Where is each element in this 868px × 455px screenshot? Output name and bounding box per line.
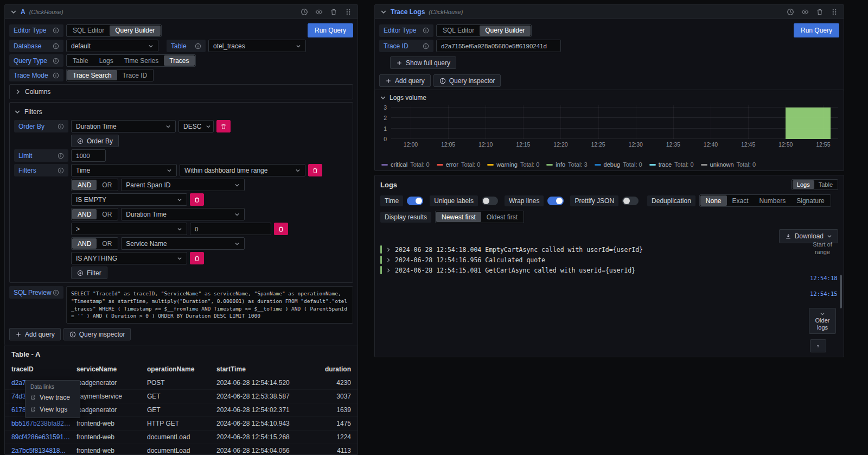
legend-item[interactable]: infoTotal: 3 [546,161,587,168]
trace-id-link[interactable]: bb5167b238bfa82d1... [11,420,76,427]
filter-operator-select[interactable]: IS EMPTY [71,193,187,206]
filter-operator-select[interactable]: > [71,223,187,235]
query-type-logs[interactable]: Logs [94,55,119,66]
view-trace-menuitem[interactable]: View trace [25,391,80,403]
bool-or[interactable]: OR [97,180,117,190]
columns-section-toggle[interactable]: Columns [9,84,353,99]
query-inspector-button[interactable]: Query inspector [63,328,131,340]
trace-id-input[interactable] [436,40,561,52]
bool-and[interactable]: AND [72,238,97,249]
filters-section-toggle[interactable]: Filters [14,106,348,118]
trace-id-link[interactable]: 2a7bc5f8134818... [11,447,76,454]
remove-filter-button[interactable] [308,164,322,176]
run-query-button[interactable]: Run Query [308,23,353,37]
drag-handle-icon[interactable] [831,8,838,16]
query-type-timeseries[interactable]: Time Series [119,55,164,66]
bool-and[interactable]: AND [72,209,97,219]
table-select[interactable]: otel_traces [208,40,306,52]
legend-item[interactable]: warningTotal: 0 [487,161,539,168]
trash-icon[interactable] [330,8,337,16]
query-type-table[interactable]: Table [67,55,94,66]
add-query-button[interactable]: Add query [9,328,61,340]
trace-mode-search[interactable]: Trace Search [67,70,117,80]
scrollbar-thumb[interactable] [840,275,842,308]
toggle-switch[interactable] [622,197,639,205]
expand-chevron-icon[interactable] [386,268,391,273]
filter-field-select[interactable]: Service Name [121,237,245,250]
scroll-top-button[interactable] [810,339,826,352]
nav-timestamp[interactable]: 12:54:15 [810,290,838,297]
bool-and[interactable]: AND [72,180,97,190]
drag-handle-icon[interactable] [344,8,352,16]
dedup-numbers[interactable]: Numbers [754,195,792,206]
query-inspector-button[interactable]: Query inspector [433,74,501,87]
add-filter-button[interactable]: Filter [71,267,107,279]
collapse-chevron-icon[interactable] [10,9,17,15]
show-full-query-button[interactable]: Show full query [390,56,456,69]
expand-chevron-icon[interactable] [386,257,391,263]
query-type-traces[interactable]: Traces [164,55,194,66]
remove-order-by-button[interactable] [216,120,231,132]
nav-timestamp[interactable]: 12:54:18 [810,275,838,281]
toggle-switch[interactable] [482,197,498,205]
legend-item[interactable]: debugTotal: 0 [595,161,642,168]
legend-item[interactable]: unknownTotal: 0 [701,161,756,168]
remove-filter-button[interactable] [274,223,288,235]
older-logs-button[interactable]: Older logs [809,308,836,334]
history-icon[interactable] [787,8,794,16]
oldest-first-option[interactable]: Oldest first [481,212,523,222]
remove-filter-button[interactable] [190,193,204,206]
trace-id-link[interactable]: 89cf4286e631591b4... [11,433,76,441]
legend-item[interactable]: traceTotal: 0 [649,161,694,168]
editor-type-query-builder[interactable]: Query Builder [110,26,160,36]
trash-icon[interactable] [816,8,824,16]
bool-or[interactable]: OR [97,209,117,219]
filter-field-select[interactable]: Time [71,164,177,176]
collapse-chevron-icon[interactable] [380,94,386,101]
history-icon[interactable] [301,8,308,16]
dedup-none[interactable]: None [700,195,727,206]
volume-bar[interactable] [786,108,831,139]
eye-icon[interactable] [315,8,323,16]
info-icon [195,43,201,49]
newest-first-option[interactable]: Newest first [436,212,481,222]
editor-type-sql-editor[interactable]: SQL Editor [437,26,480,36]
trace-mode-id[interactable]: Trace ID [117,70,153,80]
toggle-switch[interactable] [407,197,423,205]
column-header[interactable]: startTime [216,365,309,373]
log-row[interactable]: 2024-06-28 12:54:15.081 GetCartAsync cal… [380,265,798,275]
view-table-option[interactable]: Table [814,180,837,189]
order-by-direction-select[interactable]: DESC [178,120,214,132]
database-select[interactable]: default [66,40,158,52]
order-by-field-select[interactable]: Duration Time [71,120,176,132]
toggle-switch[interactable] [547,197,564,205]
filter-field-select[interactable]: Duration Time [121,208,245,220]
column-header[interactable]: serviceName [76,365,147,373]
legend-item[interactable]: criticalTotal: 0 [381,161,430,168]
limit-input[interactable] [71,149,106,162]
log-row[interactable]: 2024-06-28 12:54:18.004 EmptyCartAsync c… [380,244,798,255]
run-query-button[interactable]: Run Query [794,23,839,37]
filter-value-input[interactable] [190,223,271,235]
view-logs-option[interactable]: Logs [793,180,814,189]
bool-or[interactable]: OR [97,238,117,249]
editor-type-query-builder[interactable]: Query Builder [480,26,530,36]
log-row[interactable]: 2024-06-28 12:54:16.956 Calculated quote [380,255,798,265]
filter-operator-select[interactable]: IS ANYTHING [71,252,187,264]
expand-chevron-icon[interactable] [386,247,391,252]
filter-operator-select[interactable]: Within dashboard time range [180,164,305,176]
filter-field-select[interactable]: Parent Span ID [121,179,245,191]
column-header[interactable]: traceID [11,365,76,373]
add-query-button[interactable]: Add query [379,74,431,87]
collapse-chevron-icon[interactable] [380,9,387,15]
remove-filter-button[interactable] [190,252,204,264]
column-header[interactable]: operationName [147,365,216,373]
editor-type-sql-editor[interactable]: SQL Editor [67,26,110,36]
legend-item[interactable]: errorTotal: 0 [437,161,481,168]
view-logs-menuitem[interactable]: View logs [25,403,80,415]
dedup-exact[interactable]: Exact [727,195,754,206]
dedup-signature[interactable]: Signature [791,195,829,206]
column-header[interactable]: duration [309,365,351,373]
add-order-by-button[interactable]: Order By [71,135,119,147]
eye-icon[interactable] [801,8,809,16]
